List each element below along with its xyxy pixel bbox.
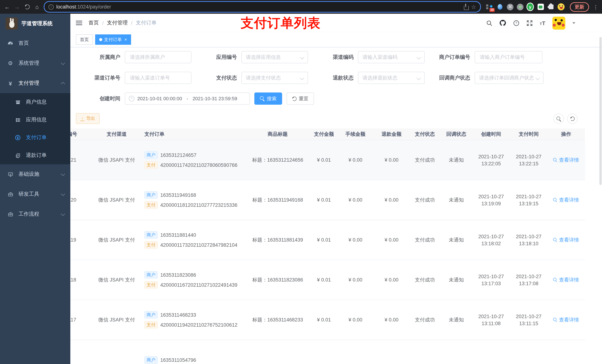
chevron-down-icon [417,76,421,80]
share-icon[interactable] [464,5,469,10]
select-placeholder: 请选择订单回调商户状态 [479,74,534,81]
field-create-time: 创建时间 2021-10-01 00:00:00 - 2021-10-31 23… [76,93,250,105]
toolbox-icon [7,191,13,197]
field-label: 商户订单编号 [426,54,475,61]
font-size-icon[interactable]: TT [540,20,545,26]
refund-status-select[interactable]: 请选择退款状态 [358,72,425,84]
breadcrumb-home[interactable]: 首页 [88,20,99,26]
help-icon[interactable]: ? [513,20,519,26]
view-detail-link[interactable]: 查看详情 [553,316,579,323]
tab-home[interactable]: 首页 [76,34,93,45]
extension-emoji-icon[interactable] [558,3,565,10]
pay-tag: 支付 [144,201,158,209]
extension-chat-icon[interactable] [537,3,544,10]
merchant-input-field[interactable] [129,54,187,60]
export-button[interactable]: ↓ 导出 [76,113,100,124]
address-bar[interactable]: i localhost:1024/pay/order ☆ [44,1,481,13]
extension-grid-icon[interactable]: ◆10 [486,3,493,10]
extensions-puzzle-icon[interactable] [547,3,555,10]
reset-button-label: 重置 [299,95,308,102]
reset-button[interactable]: 重置 [287,93,314,105]
view-detail-link[interactable]: 查看详情 [553,197,579,203]
extension-record-icon[interactable] [517,3,524,10]
cell-refund: ¥ 0.00 [374,317,409,322]
browser-menu-icon[interactable]: ⋮ [593,4,598,10]
create-time: 13:19:09 [481,201,501,206]
field-label: 渠道编码 [309,54,358,61]
sidebar-item-system[interactable]: ⚙ 系统管理 [0,53,70,73]
avatar-caret-icon[interactable] [572,22,575,24]
channel-order-no-input-field[interactable] [129,75,187,81]
home-icon[interactable]: ⌂ [34,3,40,10]
extension-yapi-icon[interactable]: y [527,3,534,10]
sidebar-item-pay[interactable]: ¥ 支付管理 [0,73,70,93]
user-avatar[interactable] [552,16,565,29]
sidebar-item-merchant-info[interactable]: 商户信息 [0,93,70,111]
browser-update-button[interactable]: 更新 [570,2,589,12]
col-header-amount: 支付金额 [311,131,337,137]
pay-time: 13:22:15 [519,161,538,166]
breadcrumb-pay[interactable]: 支付管理 [107,20,128,26]
col-header-pay-time: 支付时间 [510,131,547,138]
merchant-order-no-input[interactable] [475,51,542,63]
notify-status-select[interactable]: 请选择订单回调商户状态 [475,72,544,84]
window-scrollbar[interactable] [599,37,602,185]
merchant-order-no: 1635311823086 [160,272,196,278]
select-placeholder: 请选择支付状态 [246,74,281,81]
pay-status-select[interactable]: 请选择支付状态 [241,72,308,84]
sidebar-item-app-info[interactable]: 应用信息 [0,111,70,129]
cell-refund: ¥ 0.00 [374,277,409,283]
tab-label: 支付订单 [104,36,122,43]
merchant-order-no-input-field[interactable] [479,54,538,60]
range-start: 2021-10-01 00:00:00 [137,96,182,101]
cell-id: 119 [70,237,89,243]
table-row: 120 微信 JSAPI 支付 商户 1635311949168 支付 4200… [70,180,585,220]
view-detail-link[interactable]: 查看详情 [553,157,579,163]
hide-search-button[interactable] [553,114,564,124]
search-button[interactable]: 搜索 [254,93,282,105]
pay-tag: 支付 [144,281,158,289]
extension-command-icon[interactable]: ⌘ [506,3,514,10]
sidebar-item-home[interactable]: 首页 [0,33,70,53]
sidebar-item-workflow[interactable]: 工作流程 [0,204,70,224]
extension-balloon-icon[interactable] [496,3,504,10]
close-icon[interactable]: × [124,37,127,42]
sidebar-toggle-icon[interactable] [76,20,82,26]
tab-pay-order[interactable]: 支付订单 × [95,34,131,45]
search-icon[interactable] [486,20,492,26]
app-select[interactable]: 请选择应用信息 [241,51,308,63]
pay-submenu: 商户信息 应用信息 支付订单 [0,93,70,164]
table-row: 121 微信 JSAPI 支付 商户 1635312124657 支付 4200… [70,140,585,180]
view-detail-link[interactable]: 查看详情 [553,277,579,283]
col-header-channel: 支付渠道 [89,131,144,137]
merchant-input[interactable] [125,51,191,63]
bookmark-star-icon[interactable]: ☆ [471,3,476,10]
github-icon[interactable] [499,20,506,26]
field-label: 退款状态 [309,74,358,81]
merchant-order-no: 1635311054796 [160,357,196,363]
back-icon[interactable]: ← [4,3,10,10]
table-rows: 121 微信 JSAPI 支付 商户 1635312124657 支付 4200… [70,140,585,340]
cell-title: 标题：1635311881439 [244,237,311,243]
view-detail-link[interactable]: 查看详情 [553,237,579,243]
channel-code-select[interactable]: 请输入渠道编码 [358,51,425,63]
col-header-pay-status: 支付状态 [409,131,441,137]
channel-order-no-input[interactable] [125,72,191,84]
forward-icon[interactable]: → [14,3,20,10]
sidebar-item-dev-tools[interactable]: 研发工具 [0,184,70,204]
range-separator: - [185,96,190,101]
refresh-table-button[interactable] [567,114,578,124]
cell-amount: ¥ 0.01 [311,277,337,283]
sidebar-item-pay-order[interactable]: 支付订单 [0,129,70,146]
cell-notify-status: 未通知 [441,277,472,283]
clock-icon [129,96,134,101]
site-info-icon[interactable]: i [49,4,54,10]
sidebar-item-label: 退款订单 [26,152,47,159]
cell-pay-channel: 微信 JSAPI 支付 [89,197,144,203]
sidebar-item-refund-order[interactable]: 退款订单 [0,146,70,164]
create-time-range-picker[interactable]: 2021-10-01 00:00:00 - 2021-10-31 23:59:5… [125,93,250,105]
sidebar-item-infra[interactable]: 基础设施 [0,164,70,184]
logo[interactable]: 芋道管理系统 [0,14,70,33]
reload-icon[interactable] [24,3,30,10]
fullscreen-icon[interactable] [526,20,533,26]
